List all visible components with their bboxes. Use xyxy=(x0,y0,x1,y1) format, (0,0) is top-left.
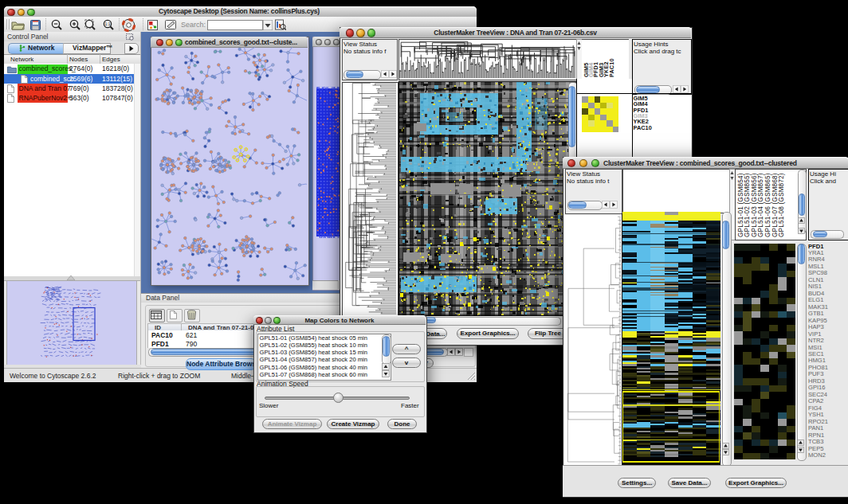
svg-text:1:1: 1:1 xyxy=(105,21,111,26)
